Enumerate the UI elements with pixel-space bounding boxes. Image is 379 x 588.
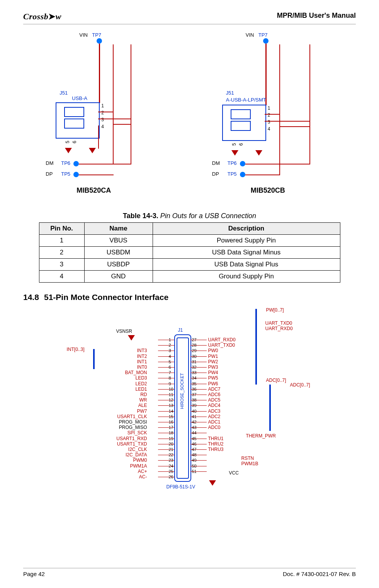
left-signal-label: RD [85, 392, 147, 397]
j51-label: J51 [59, 90, 68, 96]
therm-pwr: THERM_PWR [246, 433, 276, 439]
pwm1b: PWM1B [241, 461, 258, 466]
j1-label: J1 [178, 327, 183, 333]
page-header: Crossb➤w MPR/MIB User's Manual [23, 12, 356, 24]
dp-label: DP [46, 171, 53, 177]
th-name: Name [84, 223, 153, 235]
tp7-label: TP7 [92, 32, 101, 38]
board-label-a: MIB520CA [76, 186, 111, 195]
tp5-dot [73, 172, 79, 177]
right-signal-label: PW0 [208, 348, 218, 353]
right-signal-label: PW3 [208, 364, 218, 370]
left-signal-label: ALE [85, 403, 147, 408]
right-signal-label: ADC1 [208, 419, 221, 425]
crossbow-logo: Crossb➤w [23, 12, 61, 22]
right-signal-label: THRU2 [208, 441, 224, 447]
hirose-diagram: HIROSE_SOCKET J1 DF9B-51S-1V PW[0..7] UA… [54, 307, 325, 508]
left-signal-label: SPI_SCK [85, 430, 147, 435]
footer-doc: Doc. # 7430-0021-07 Rev. B [283, 571, 356, 577]
right-signal-label: ADC7 [208, 386, 221, 392]
section-heading: 14.851-Pin Mote Connector Interface [23, 293, 356, 302]
table-row: 1 VBUS Powered Supply Pin [39, 235, 340, 247]
table-caption: Table 14-3. Pin Outs for a USB Connectio… [23, 212, 356, 220]
left-signal-label: INT2 [85, 354, 147, 359]
left-signal-label: USART1_RXD [85, 436, 147, 441]
right-signal-label: ADC2 [208, 414, 221, 419]
manual-title: MPR/MIB User's Manual [277, 12, 356, 20]
right-signal-label: UART_TXD0 [208, 342, 235, 348]
right-signal-label: UART_RXD0 [208, 337, 236, 342]
page-footer: Page 42 Doc. # 7430-0021-07 Rev. B [23, 568, 356, 577]
left-signal-label: AC- [85, 474, 147, 480]
left-signal-label: LED1 [85, 386, 147, 392]
rstn: RSTN [241, 456, 254, 461]
right-signal-label: ADC6 [208, 392, 221, 397]
usb-schematics-row: VIN TP7 J51 USB-A 1 2 3 4 5 6 [23, 29, 356, 207]
table-row: 3 USBDP USB Data Signal Plus [39, 259, 340, 271]
tp6-label: TP6 [61, 160, 70, 166]
left-signal-label: LED2 [85, 381, 147, 386]
left-signal-label: WR [85, 397, 147, 403]
adc-bus-l: ADC[0..7] [266, 378, 286, 383]
left-signal-label: I2C_CLK [85, 447, 147, 452]
th-pin-no: Pin No. [39, 223, 84, 235]
left-signal-label: BAT_MON [85, 370, 147, 375]
left-signal-label: INT0 [85, 364, 147, 370]
left-signal-label: PWM1A [85, 463, 147, 469]
right-signal-label: PW6 [208, 381, 218, 386]
board-label-b: MIB520CB [251, 186, 285, 195]
left-signal-label: PROG_MOSI [85, 419, 147, 425]
int-bus: INT[0..3] [67, 347, 85, 352]
usb-type-b: A-USB-A-LP/SMT [226, 97, 266, 103]
hirose-part: DF9B-51S-1V [167, 484, 195, 490]
right-signal-label: PW4 [208, 370, 218, 375]
right-signal-label: ADC5 [208, 397, 221, 403]
left-signal-label: INT3 [85, 348, 147, 353]
schematic-mib520ca: VIN TP7 J51 USB-A 1 2 3 4 5 6 [42, 29, 170, 207]
left-signal-label: I2C_DATA [85, 452, 147, 458]
vin-label: VIN [79, 32, 88, 38]
table-row: 2 USBDM USB Data Signal Minus [39, 247, 340, 259]
left-signal-label: LED3 [85, 375, 147, 381]
right-signal-label: THRU1 [208, 436, 224, 441]
right-signal-label: ADC4 [208, 403, 221, 408]
adc-bus-r: ADC[0..7] [290, 382, 310, 388]
right-signal-label: THRU3 [208, 447, 224, 452]
pw-bus: PW[0..7] [266, 307, 284, 313]
right-signal-label: ADC3 [208, 408, 221, 414]
right-signal-label: PW1 [208, 354, 218, 359]
vsnsr-label: VSNSR [116, 329, 132, 334]
table-header-row: Pin No. Name Description [39, 223, 340, 235]
left-signal-label: PW7 [85, 408, 147, 414]
left-signal-label: PROG_MISO [85, 425, 147, 430]
dm-label: DM [46, 160, 53, 166]
uart-txd0-top: UART_TXD0 [265, 320, 292, 326]
left-signal-label: USART1_CLK [85, 414, 147, 419]
uart-rxd0-top: UART_RXD0 [265, 326, 293, 331]
left-signal-label: AC+ [85, 469, 147, 474]
usb-type-a: USB-A [72, 95, 87, 101]
tp5-label: TP5 [61, 171, 70, 177]
left-signal-label: INT1 [85, 359, 147, 364]
tp6-dot [73, 161, 79, 166]
vcc: VCC [229, 470, 239, 476]
right-signal-label: ADC0 [208, 425, 221, 430]
pinout-table: Pin No. Name Description 1 VBUS Powered … [39, 222, 340, 283]
right-signal-label: PW2 [208, 359, 218, 364]
left-signal-label: PWM0 [85, 458, 147, 463]
tp7-dot [97, 38, 102, 44]
th-description: Description [153, 223, 340, 235]
footer-page: Page 42 [23, 571, 45, 577]
hirose-socket-text: HIROSE_SOCKET [180, 373, 184, 409]
schematic-mib520cb: VIN TP7 J51 A-USB-A-LP/SMT 1 2 3 4 5 6 D… [209, 29, 337, 207]
left-signal-label: USART1_TXD [85, 441, 147, 447]
right-signal-label: PW5 [208, 375, 218, 381]
table-row: 4 GND Ground Supply Pin [39, 271, 340, 283]
